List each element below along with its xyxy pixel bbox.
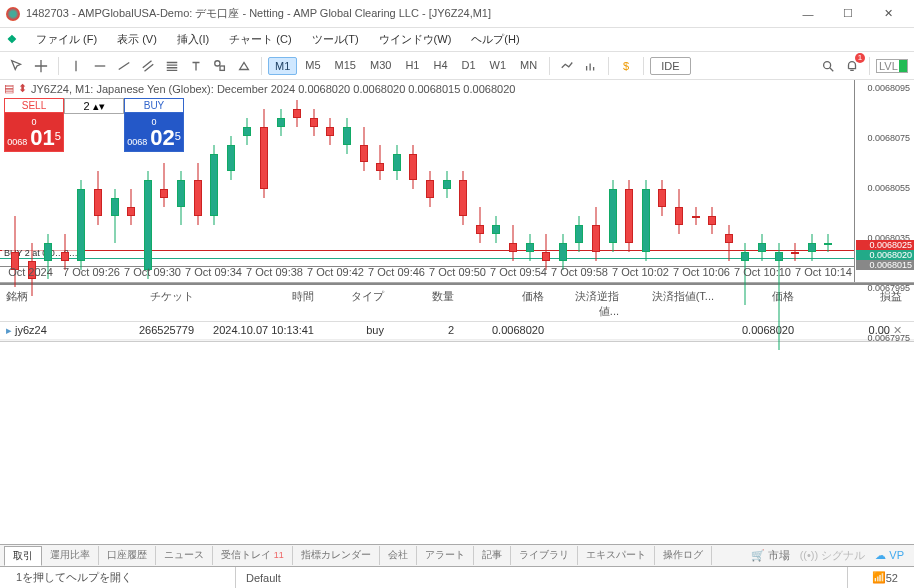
timeframe-M5[interactable]: M5 — [299, 57, 326, 75]
time-tick: 7 Oct 10:06 — [671, 266, 732, 282]
timeframe-D1[interactable]: D1 — [456, 57, 482, 75]
app-menu-icon[interactable]: ❖ — [4, 32, 20, 48]
time-tick: 7 Oct 09:50 — [427, 266, 488, 282]
tab-9[interactable]: ライブラリ — [511, 546, 578, 565]
status-bar: 1を押してヘルプを開く Default 📶 52 — [0, 566, 914, 588]
indicator-linechart-icon[interactable] — [556, 55, 578, 77]
col-sl[interactable]: 決済逆指値... — [550, 289, 625, 319]
market-link[interactable]: 🛒 市場 — [751, 548, 790, 563]
chart-area[interactable]: ▤ ⬍ JY6Z24, M1: Japanese Yen (Globex): D… — [0, 80, 914, 283]
text-tool[interactable] — [185, 55, 207, 77]
bell-icon[interactable] — [841, 55, 863, 77]
timeframe-H4[interactable]: H4 — [427, 57, 453, 75]
tab-0[interactable]: 取引 — [4, 546, 42, 566]
status-help: 1を押してヘルプを開く — [6, 567, 236, 588]
col-time[interactable]: 時間 — [200, 289, 320, 319]
trendline-tool[interactable] — [113, 55, 135, 77]
tab-4[interactable]: 受信トレイ 11 — [213, 546, 293, 565]
chart-symbol-info: JY6Z24, M1: Japanese Yen (Globex): Decem… — [31, 83, 515, 95]
vline-tool[interactable] — [65, 55, 87, 77]
tab-2[interactable]: 口座履歴 — [99, 546, 156, 565]
col-volume[interactable]: 数量 — [390, 289, 460, 319]
objects-tool[interactable] — [233, 55, 255, 77]
menu-item[interactable]: 表示 (V) — [107, 30, 167, 49]
col-price[interactable]: 価格 — [460, 289, 550, 319]
col-symbol[interactable]: 銘柄 — [0, 289, 105, 319]
chart-doc-icon: ▤ — [4, 82, 14, 95]
col-type[interactable]: タイプ — [320, 289, 390, 319]
svg-point-2 — [824, 61, 831, 68]
time-tick: 7 Oct 10:02 — [610, 266, 671, 282]
timeframe-MN[interactable]: MN — [514, 57, 543, 75]
col-tp[interactable]: 決済指値(T... — [625, 289, 720, 319]
time-tick: 7 Oct 09:58 — [549, 266, 610, 282]
price-tick: 0.0068095 — [867, 83, 910, 93]
time-tick: 7 Oct 09:42 — [305, 266, 366, 282]
vps-link[interactable]: ☁ VP — [875, 549, 904, 562]
timeframe-M1[interactable]: M1 — [268, 57, 297, 75]
close-button[interactable]: ✕ — [868, 2, 908, 26]
svg-rect-1 — [220, 66, 224, 70]
menubar: ❖ ファイル (F)表示 (V)挿入(I)チャート (C)ツール(T)ウインドウ… — [0, 28, 914, 52]
time-tick: 7 Oct 09:30 — [122, 266, 183, 282]
crosshair-tool[interactable] — [30, 55, 52, 77]
menu-item[interactable]: ヘルプ(H) — [461, 30, 529, 49]
search-icon[interactable] — [817, 55, 839, 77]
window-title: 1482703 - AMPGlobalUSA-Demo: デモ口座 - Nett… — [26, 6, 788, 21]
maximize-button[interactable]: ☐ — [828, 2, 868, 26]
chart-header: ▤ ⬍ JY6Z24, M1: Japanese Yen (Globex): D… — [4, 82, 515, 95]
terminal-blank-area — [0, 341, 914, 544]
fibo-tool[interactable] — [161, 55, 183, 77]
col-pl[interactable]: 損益 — [800, 289, 914, 319]
minimize-button[interactable]: — — [788, 2, 828, 26]
shapes-tool[interactable] — [209, 55, 231, 77]
time-tick: 7 Oct 09:34 — [183, 266, 244, 282]
position-row[interactable]: ▸ jy6z24 266525779 2024.10.07 10:13:41 b… — [0, 322, 914, 340]
timeframe-H1[interactable]: H1 — [399, 57, 425, 75]
timeframe-M30[interactable]: M30 — [364, 57, 397, 75]
hline-tool[interactable] — [89, 55, 111, 77]
price-marker: 0.0068025 — [856, 240, 914, 250]
status-profile[interactable]: Default — [236, 567, 848, 588]
app-icon — [6, 7, 20, 21]
ide-button[interactable]: IDE — [650, 57, 690, 75]
tab-5[interactable]: 指標カレンダー — [293, 546, 380, 565]
toolbar: M1M5M15M30H1H4D1W1MN $ IDE LVL — [0, 52, 914, 80]
tab-1[interactable]: 運用比率 — [42, 546, 99, 565]
candlestick-series — [0, 100, 854, 264]
channel-tool[interactable] — [137, 55, 159, 77]
cursor-tool[interactable] — [6, 55, 28, 77]
price-tick: 0.0068075 — [867, 133, 910, 143]
titlebar: 1482703 - AMPGlobalUSA-Demo: デモ口座 - Nett… — [0, 0, 914, 28]
price-tick: 0.0067975 — [867, 333, 910, 343]
price-marker: 0.0068015 — [856, 260, 914, 270]
time-tick: 7 Oct 09:38 — [244, 266, 305, 282]
price-tick: 0.0068055 — [867, 183, 910, 193]
tab-6[interactable]: 会社 — [380, 546, 417, 565]
indicator-barchart-icon[interactable] — [580, 55, 602, 77]
col-ticket[interactable]: チケット — [105, 289, 200, 319]
timeframe-M15[interactable]: M15 — [329, 57, 362, 75]
col-price2[interactable]: 価格 — [720, 289, 800, 319]
tab-3[interactable]: ニュース — [156, 546, 213, 565]
menu-item[interactable]: ウインドウ(W) — [369, 30, 462, 49]
tab-8[interactable]: 記事 — [474, 546, 511, 565]
tab-11[interactable]: 操作ログ — [655, 546, 712, 565]
terminal-panel: 銘柄 チケット 時間 タイプ 数量 価格 決済逆指値... 決済指値(T... … — [0, 283, 914, 341]
signal-link[interactable]: ((•)) シグナル — [800, 548, 866, 563]
time-tick: 7 Oct 10:10 — [732, 266, 793, 282]
symbol-icon: ▸ — [6, 324, 12, 336]
price-tick: 0.0067995 — [867, 283, 910, 293]
menu-item[interactable]: チャート (C) — [219, 30, 301, 49]
time-tick: 7 Oct 09:54 — [488, 266, 549, 282]
new-order-icon[interactable]: $ — [615, 55, 637, 77]
tab-10[interactable]: エキスパート — [578, 546, 655, 565]
menu-item[interactable]: ファイル (F) — [26, 30, 107, 49]
time-tick: 7 Oct 09:46 — [366, 266, 427, 282]
time-tick: 7 Oct 10:14 — [793, 266, 854, 282]
svg-point-0 — [215, 60, 220, 65]
menu-item[interactable]: 挿入(I) — [167, 30, 219, 49]
timeframe-W1[interactable]: W1 — [484, 57, 513, 75]
menu-item[interactable]: ツール(T) — [302, 30, 369, 49]
tab-7[interactable]: アラート — [417, 546, 474, 565]
